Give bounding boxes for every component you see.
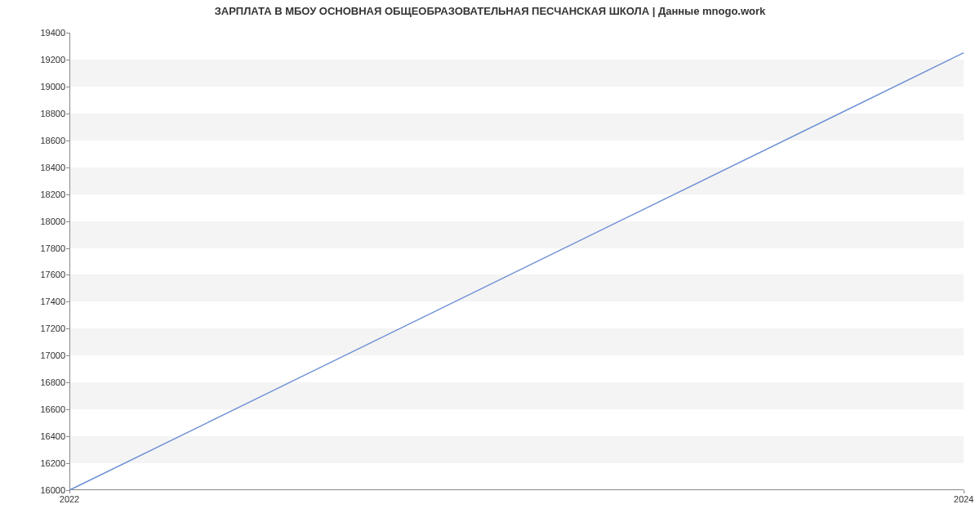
y-tick-label: 18400 [8, 163, 65, 172]
y-tick-mark [66, 248, 69, 249]
y-tick-mark [66, 382, 69, 383]
series-line [69, 53, 964, 490]
y-tick-mark [66, 141, 69, 141]
y-tick-mark [66, 194, 69, 195]
y-tick-mark [66, 301, 69, 302]
y-tick-label: 16400 [8, 431, 65, 441]
y-tick-label: 16000 [8, 485, 65, 495]
y-tick-mark [66, 409, 69, 410]
y-tick-mark [66, 167, 69, 168]
y-tick-label: 19000 [8, 82, 65, 91]
y-tick-mark [66, 274, 69, 275]
y-tick-label: 19400 [8, 28, 65, 38]
x-tick-mark [69, 490, 70, 493]
x-tick-label: 2022 [60, 494, 79, 504]
y-tick-mark [66, 87, 69, 87]
y-tick-label: 16600 [8, 404, 65, 414]
y-tick-mark [66, 33, 69, 33]
y-tick-mark [66, 355, 69, 356]
y-tick-label: 18600 [8, 136, 65, 145]
y-tick-label: 17000 [8, 350, 65, 360]
y-tick-label: 19200 [8, 55, 65, 65]
y-tick-mark [66, 60, 69, 60]
y-tick-label: 17400 [8, 297, 65, 306]
y-tick-label: 16200 [8, 458, 65, 468]
y-tick-label: 17200 [8, 324, 65, 333]
chart-container: ЗАРПЛАТА В МБОУ ОСНОВНАЯ ОБЩЕОБРАЗОВАТЕЛ… [0, 0, 980, 531]
y-tick-mark [66, 221, 69, 222]
y-tick-mark [66, 463, 69, 464]
y-tick-mark [66, 114, 69, 114]
x-tick-label: 2024 [954, 494, 973, 504]
y-tick-label: 18800 [8, 109, 65, 118]
y-tick-label: 17800 [8, 243, 65, 253]
x-tick-mark [964, 490, 964, 493]
y-tick-label: 18000 [8, 216, 65, 226]
y-tick-mark [66, 436, 69, 437]
y-tick-label: 17600 [8, 270, 65, 279]
y-tick-mark [66, 328, 69, 329]
y-tick-label: 18200 [8, 190, 65, 199]
chart-title: ЗАРПЛАТА В МБОУ ОСНОВНАЯ ОБЩЕОБРАЗОВАТЕЛ… [0, 5, 980, 17]
y-tick-label: 16800 [8, 377, 65, 387]
line-layer [69, 33, 964, 490]
